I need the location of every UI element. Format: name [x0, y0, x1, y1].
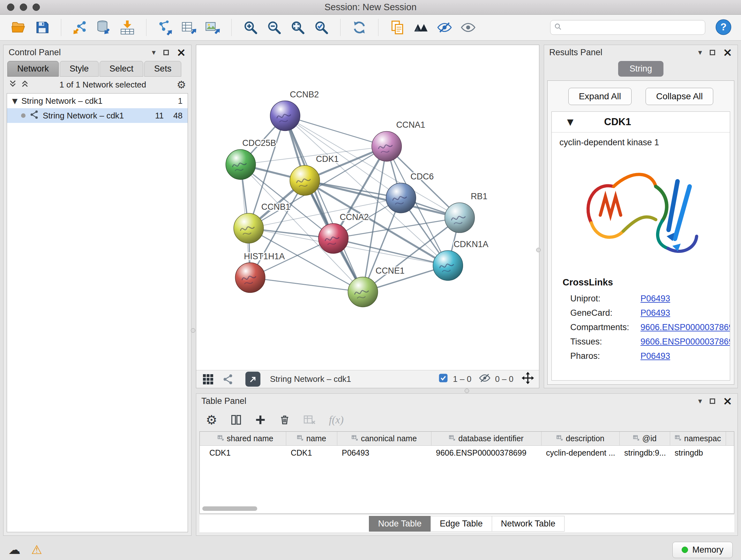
panel-float-icon[interactable]	[710, 50, 715, 55]
network-edge[interactable]	[285, 116, 387, 146]
minimize-window-button[interactable]	[20, 3, 27, 11]
collapse-all-networks-icon[interactable]	[9, 79, 17, 90]
splitter-handle[interactable]	[191, 328, 195, 333]
column-header-shared-name[interactable]: shared name	[205, 432, 286, 445]
tab-network[interactable]: Network	[7, 61, 59, 77]
import-table-from-file-button[interactable]	[117, 17, 138, 38]
memory-button[interactable]: Memory	[672, 542, 733, 558]
network-collection-row[interactable]: ▼ String Network – cdk1 1	[7, 94, 188, 108]
expand-all-button[interactable]: Expand All	[568, 88, 631, 105]
add-column-button[interactable]	[255, 415, 266, 425]
show-columns-button[interactable]	[231, 415, 242, 425]
zoom-selected-button[interactable]	[311, 17, 332, 38]
network-node-hist1h1a[interactable]: HIST1H1A	[235, 252, 285, 293]
splitter-handle[interactable]	[465, 388, 469, 393]
import-network-from-file-button[interactable]	[70, 17, 90, 38]
crosslink-link[interactable]: P06493	[641, 294, 670, 304]
gene-section-header[interactable]: ▼ CDK1	[552, 112, 730, 132]
table-cell[interactable]: stringdb	[670, 448, 726, 457]
maximize-window-button[interactable]	[32, 3, 40, 11]
birds-eye-view-button[interactable]	[411, 17, 431, 38]
table-cell[interactable]: P06493	[337, 448, 431, 457]
panel-close-icon[interactable]: ×	[723, 47, 732, 58]
network-edge[interactable]	[285, 116, 363, 292]
warning-icon[interactable]: ⚠	[31, 544, 42, 556]
crosslink-link[interactable]: 9606.ENSP00000378699	[641, 322, 730, 332]
table-cell[interactable]: stringdb:9...	[620, 448, 670, 457]
panel-close-icon[interactable]: ×	[723, 395, 732, 407]
zoom-out-button[interactable]	[264, 17, 284, 38]
import-network-from-database-button[interactable]	[93, 17, 114, 38]
tab-edge-table[interactable]: Edge Table	[430, 516, 492, 532]
help-button[interactable]: ?	[714, 18, 733, 37]
zoom-in-button[interactable]	[240, 17, 261, 38]
hide-graphics-details-button[interactable]	[434, 17, 455, 38]
network-node-cdk1[interactable]: CDK1	[290, 154, 339, 195]
crosslink-link[interactable]: P06493	[641, 308, 670, 318]
network-edge[interactable]	[250, 278, 363, 292]
splitter-handle[interactable]	[536, 248, 541, 252]
show-graphics-details-button[interactable]	[458, 17, 478, 38]
crosslink-link[interactable]: 9606.ENSP00000378699	[641, 337, 730, 347]
panel-menu-icon[interactable]: ▾	[152, 48, 156, 57]
show-annotations-button[interactable]	[387, 17, 408, 38]
panel-float-icon[interactable]	[710, 398, 715, 404]
column-header-description[interactable]: description	[542, 432, 620, 445]
tab-node-table[interactable]: Node Table	[369, 516, 431, 532]
network-overview-button[interactable]	[220, 372, 235, 387]
table-settings-button[interactable]: ⚙	[206, 414, 217, 426]
network-edge[interactable]	[333, 239, 448, 266]
save-session-button[interactable]	[32, 17, 52, 38]
open-in-new-window-button[interactable]	[246, 372, 260, 387]
delete-column-button[interactable]	[279, 415, 290, 425]
close-window-button[interactable]	[7, 3, 14, 11]
column-header-namespac[interactable]: namespac	[670, 432, 726, 445]
collapse-triangle-icon[interactable]: ▼	[567, 117, 574, 127]
selected-checkbox-icon[interactable]	[438, 373, 448, 385]
export-table-button[interactable]	[179, 17, 199, 38]
search-box[interactable]	[550, 20, 705, 35]
tab-network-table[interactable]: Network Table	[492, 516, 565, 532]
table-cell[interactable]: CDK1	[286, 448, 337, 457]
column-header-canonical-name[interactable]: canonical name	[337, 432, 431, 445]
zoom-fit-content-button[interactable]	[287, 17, 308, 38]
network-node-ccne1[interactable]: CCNE1	[348, 266, 404, 307]
network-canvas[interactable]: CCNB2CCNA1CDC25BCDK1CDC6RB1CCNB1CCNA2CDK…	[196, 45, 539, 370]
network-node-cdc25b[interactable]: CDC25B	[226, 138, 276, 179]
network-node-ccnb1[interactable]: CCNB1	[233, 202, 290, 243]
gear-icon[interactable]: ⚙	[177, 79, 186, 90]
table-row[interactable]: CDK1CDK1P064939606.ENSP00000378699cyclin…	[200, 446, 734, 460]
panel-menu-icon[interactable]: ▾	[698, 396, 702, 406]
export-image-button[interactable]	[202, 17, 223, 38]
move-icon[interactable]	[521, 371, 535, 387]
horizontal-splitter[interactable]	[196, 388, 738, 393]
cloud-icon[interactable]: ☁	[8, 544, 20, 556]
network-node-ccna1[interactable]: CCNA1	[372, 120, 425, 161]
panel-close-icon[interactable]: ×	[177, 47, 186, 58]
refresh-view-button[interactable]	[349, 17, 369, 38]
table-cell[interactable]: cyclin-dependent ...	[542, 448, 620, 457]
horizontal-scrollbar[interactable]	[202, 506, 257, 511]
network-row[interactable]: String Network – cdk1 11 48	[7, 108, 188, 123]
column-header-name[interactable]: name	[286, 432, 337, 445]
network-node-cdkn1a[interactable]: CDKN1A	[433, 240, 488, 281]
tab-string[interactable]: String	[618, 61, 664, 77]
tab-style[interactable]: Style	[60, 61, 98, 77]
collapse-all-button[interactable]: Collapse All	[646, 88, 713, 105]
export-network-button[interactable]	[155, 17, 176, 38]
column-header-database-identifier[interactable]: database identifier	[431, 432, 542, 445]
tab-select[interactable]: Select	[99, 61, 143, 77]
table-cell[interactable]: CDK1	[205, 448, 286, 457]
search-input[interactable]	[565, 23, 701, 33]
tab-sets[interactable]: Sets	[144, 61, 181, 77]
network-node-ccnb2[interactable]: CCNB2	[270, 90, 319, 131]
crosslink-link[interactable]: P06493	[641, 351, 670, 361]
expand-all-networks-icon[interactable]	[21, 79, 29, 90]
grid-view-button[interactable]	[201, 372, 215, 387]
column-header-@id[interactable]: @id	[620, 432, 670, 445]
open-session-button[interactable]	[8, 17, 29, 38]
network-node-rb1[interactable]: RB1	[445, 192, 488, 233]
panel-menu-icon[interactable]: ▾	[698, 48, 702, 57]
table-cell[interactable]: 9606.ENSP00000378699	[431, 448, 542, 457]
panel-float-icon[interactable]	[163, 50, 169, 55]
